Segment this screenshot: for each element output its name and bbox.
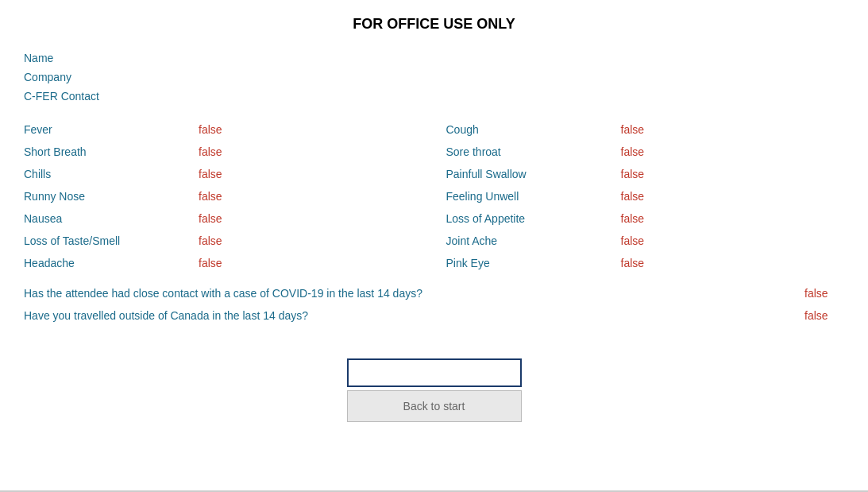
symptom-label: Cough	[446, 123, 621, 136]
button-section: Back to start	[24, 358, 844, 422]
questions-section: Has the attendee had close contact with …	[24, 282, 844, 327]
symptom-label: Short Breath	[24, 145, 199, 158]
symptom-row: Pink Eye false	[446, 252, 845, 274]
symptom-row: Fever false	[24, 118, 422, 141]
symptom-value: false	[199, 190, 246, 203]
symptom-value: false	[621, 212, 669, 225]
question-row: Has the attendee had close contact with …	[24, 282, 844, 304]
symptoms-grid: Fever false Short Breath false Chills fa…	[24, 118, 844, 274]
symptom-row: Loss of Taste/Smell false	[24, 230, 422, 252]
symptom-value: false	[199, 123, 246, 136]
symptoms-col-left: Fever false Short Breath false Chills fa…	[24, 118, 422, 274]
symptom-value: false	[199, 234, 246, 247]
question-value: false	[797, 287, 844, 300]
symptom-label: Loss of Appetite	[446, 212, 621, 225]
symptom-label: Fever	[24, 123, 199, 136]
page-container: FOR OFFICE USE ONLY Name Company C-FER C…	[0, 0, 868, 492]
question-label: Has the attendee had close contact with …	[24, 287, 797, 300]
question-value: false	[797, 309, 844, 322]
symptom-value: false	[199, 257, 246, 269]
symptom-value: false	[621, 168, 669, 180]
symptom-row: Feeling Unwell false	[446, 185, 845, 207]
symptom-value: false	[199, 168, 246, 180]
symptom-value: false	[621, 190, 669, 203]
symptom-label: Chills	[24, 168, 199, 180]
symptoms-col-right: Cough false Sore throat false Painfull S…	[446, 118, 845, 274]
symptom-label: Headache	[24, 257, 199, 269]
symptom-row: Loss of Appetite false	[446, 207, 845, 230]
name-label: Name	[24, 52, 844, 64]
symptom-label: Joint Ache	[446, 234, 621, 247]
symptom-label: Painfull Swallow	[446, 168, 621, 180]
symptom-row: Joint Ache false	[446, 230, 845, 252]
symptom-value: false	[621, 234, 669, 247]
symptom-label: Feeling Unwell	[446, 190, 621, 203]
back-to-start-button[interactable]: Back to start	[347, 390, 522, 422]
symptom-label: Runny Nose	[24, 190, 199, 203]
signature-input[interactable]	[347, 358, 522, 387]
symptom-value: false	[621, 123, 669, 136]
symptom-value: false	[621, 145, 669, 158]
symptom-row: Nausea false	[24, 207, 422, 230]
symptom-label: Pink Eye	[446, 257, 621, 269]
symptom-label: Nausea	[24, 212, 199, 225]
company-label: Company	[24, 71, 844, 83]
symptom-row: Chills false	[24, 163, 422, 185]
symptom-value: false	[621, 257, 669, 269]
question-row: Have you travelled outside of Canada in …	[24, 304, 844, 327]
symptom-value: false	[199, 212, 246, 225]
question-label: Have you travelled outside of Canada in …	[24, 309, 797, 322]
symptom-row: Painfull Swallow false	[446, 163, 845, 185]
cfer-label: C-FER Contact	[24, 90, 844, 103]
symptom-row: Sore throat false	[446, 141, 845, 163]
info-section: Name Company C-FER Contact	[24, 52, 844, 103]
page-title: FOR OFFICE USE ONLY	[24, 16, 844, 33]
symptom-row: Runny Nose false	[24, 185, 422, 207]
symptom-value: false	[199, 145, 246, 158]
symptom-row: Short Breath false	[24, 141, 422, 163]
symptom-row: Cough false	[446, 118, 845, 141]
symptom-label: Sore throat	[446, 145, 621, 158]
symptom-row: Headache false	[24, 252, 422, 274]
symptom-label: Loss of Taste/Smell	[24, 234, 199, 247]
